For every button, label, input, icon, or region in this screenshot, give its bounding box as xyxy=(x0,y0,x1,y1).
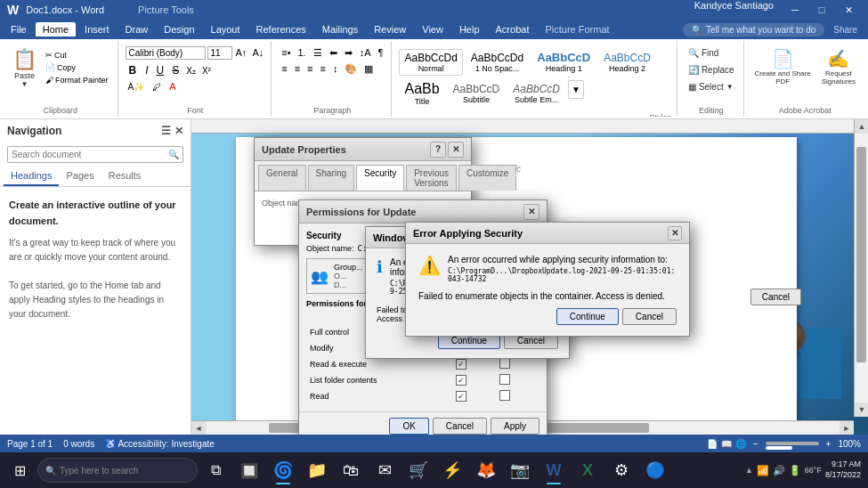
align-right-button[interactable]: ≡ xyxy=(304,62,315,76)
excel-app[interactable]: X xyxy=(572,454,604,486)
settings-app[interactable]: ⚙ xyxy=(605,454,637,486)
restore-icon[interactable]: □ xyxy=(809,0,834,20)
tab-acrobat[interactable]: Acrobat xyxy=(489,22,537,37)
replace-button[interactable]: 🔄 Replace xyxy=(685,63,738,77)
tab-general[interactable]: General xyxy=(258,165,306,191)
explorer-app[interactable]: 📁 xyxy=(301,454,333,486)
bullets-button[interactable]: ≡• xyxy=(279,46,293,60)
tab-view[interactable]: View xyxy=(415,22,450,37)
style-normal[interactable]: AaBbCcDd Normal xyxy=(399,49,462,76)
tab-design[interactable]: Design xyxy=(157,22,201,37)
read-execute-deny[interactable] xyxy=(499,358,510,369)
scroll-thumb-v[interactable] xyxy=(856,147,866,362)
error-continue-button[interactable]: Continue xyxy=(556,308,619,325)
tab-references[interactable]: References xyxy=(249,22,313,37)
subscript-button[interactable]: X₂ xyxy=(184,65,198,77)
tab-previous-versions[interactable]: Previous Versions xyxy=(406,165,457,191)
tab-file[interactable]: File xyxy=(4,22,34,37)
zoom-out-button[interactable]: − xyxy=(753,439,758,449)
tab-picture-format[interactable]: Picture Format xyxy=(538,22,616,37)
request-signatures-button[interactable]: ✍ RequestSignatures xyxy=(818,46,859,87)
list-folder-deny[interactable] xyxy=(499,374,510,385)
sort-button[interactable]: ↕A xyxy=(357,46,374,60)
share-button[interactable]: Share xyxy=(826,25,864,35)
accessibility-status[interactable]: ♿ Accessibility: Investigate xyxy=(105,439,215,449)
style-subtle-em[interactable]: AaBbCcD Subtle Em... xyxy=(507,80,565,107)
navigation-search[interactable]: 🔍 xyxy=(7,146,183,163)
shrink-font-button[interactable]: A↓ xyxy=(250,46,265,60)
font-name-input[interactable] xyxy=(126,46,206,60)
navigation-close-icon[interactable]: ✕ xyxy=(174,125,183,137)
tab-customize[interactable]: Customize xyxy=(458,165,516,191)
decrease-indent-button[interactable]: ⬅ xyxy=(327,46,340,60)
highlight-button[interactable]: 🖊 xyxy=(150,81,164,93)
style-heading2[interactable]: AaBbCcD Heading 2 xyxy=(598,49,656,76)
scroll-track-v[interactable] xyxy=(855,134,868,403)
search-input[interactable] xyxy=(8,147,165,162)
select-button[interactable]: ▦ Select ▼ xyxy=(685,80,738,94)
app5[interactable]: ⚡ xyxy=(436,454,468,486)
multilevel-button[interactable]: ☰ xyxy=(311,46,325,60)
text-effects-button[interactable]: A✨ xyxy=(126,81,148,93)
paste-dropdown-icon[interactable]: ▼ xyxy=(21,80,28,88)
tab-results[interactable]: Results xyxy=(101,167,149,186)
close-permissions-icon[interactable]: ✕ xyxy=(523,204,539,220)
numbering-button[interactable]: 1. xyxy=(296,46,309,60)
error-applying-security-dialog[interactable]: Error Applying Security ✕ ⚠️ An error oc… xyxy=(405,222,690,337)
search-icon[interactable]: 🔍 xyxy=(165,148,183,161)
read-execute-allow[interactable] xyxy=(456,359,466,370)
find-button[interactable]: 🔍 Find xyxy=(685,46,738,60)
zoom-slider[interactable] xyxy=(766,442,819,445)
font-size-input[interactable] xyxy=(207,46,232,60)
overlay-cancel-button[interactable]: Cancel xyxy=(750,289,801,305)
minimize-icon[interactable]: ─ xyxy=(783,0,807,20)
superscript-button[interactable]: X² xyxy=(200,65,213,77)
start-button[interactable]: ⊞ xyxy=(4,454,36,486)
vertical-scrollbar[interactable]: ▲ ▼ xyxy=(854,119,868,417)
read-deny[interactable] xyxy=(499,390,510,401)
error-cancel-button[interactable]: Cancel xyxy=(622,308,677,325)
tab-pages[interactable]: Pages xyxy=(59,167,101,186)
close-icon[interactable]: ✕ xyxy=(836,0,861,20)
line-spacing-button[interactable]: ↕ xyxy=(330,62,341,76)
tab-review[interactable]: Review xyxy=(367,22,413,37)
borders-button[interactable]: ▦ xyxy=(361,62,376,76)
style-title[interactable]: AaBb Title xyxy=(399,78,444,109)
task-view-button[interactable]: ⧉ xyxy=(199,454,231,486)
edge-app[interactable]: 🌀 xyxy=(267,454,299,486)
font-color-button[interactable]: A xyxy=(166,80,178,93)
search-bar[interactable]: 🔍 Type here to search xyxy=(37,458,198,483)
create-share-pdf-button[interactable]: 📄 Create and SharePDF xyxy=(751,46,815,87)
scroll-up-button[interactable]: ▲ xyxy=(855,119,868,134)
mail-app[interactable]: ✉ xyxy=(369,454,401,486)
increase-indent-button[interactable]: ➡ xyxy=(342,46,355,60)
style-heading1[interactable]: AaBbCcD Heading 1 xyxy=(531,48,596,76)
system-clock[interactable]: 9:17 AM 8/17/2022 xyxy=(825,460,861,480)
navigation-menu-icon[interactable]: ☰ xyxy=(161,125,171,137)
scroll-right-button[interactable]: ► xyxy=(840,421,854,435)
read-mode-icon[interactable]: 📖 xyxy=(721,439,732,449)
store-app[interactable]: 🛍 xyxy=(335,454,367,486)
network-icon[interactable]: 📶 xyxy=(757,465,769,476)
show-marks-button[interactable]: ¶ xyxy=(376,46,386,60)
scroll-left-button[interactable]: ◄ xyxy=(191,421,206,435)
app6[interactable]: 🦊 xyxy=(470,454,502,486)
italic-button[interactable]: I xyxy=(142,63,150,77)
web-layout-icon[interactable]: 🌐 xyxy=(735,439,746,449)
tab-headings[interactable]: Headings xyxy=(4,167,59,186)
align-center-button[interactable]: ≡ xyxy=(292,62,303,76)
widgets-button[interactable]: 🔲 xyxy=(233,454,265,486)
list-folder-allow[interactable] xyxy=(456,375,466,386)
underline-button[interactable]: U xyxy=(154,63,167,77)
style-subtitle[interactable]: AaBbCcD Subtitle xyxy=(448,80,506,107)
align-left-button[interactable]: ≡ xyxy=(279,62,289,76)
styles-more-button[interactable]: ▼ xyxy=(568,80,584,99)
style-no-spacing[interactable]: AaBbCcDd 1 No Spac... xyxy=(466,49,529,76)
close-dialog-icon[interactable]: ✕ xyxy=(448,142,464,158)
tab-security[interactable]: Security xyxy=(356,165,404,191)
help-icon[interactable]: ? xyxy=(430,142,446,158)
cut-button[interactable]: ✂ Cut xyxy=(42,50,112,61)
zoom-in-button[interactable]: + xyxy=(826,439,831,449)
tab-insert[interactable]: Insert xyxy=(77,22,117,37)
grow-font-button[interactable]: A↑ xyxy=(234,46,249,60)
